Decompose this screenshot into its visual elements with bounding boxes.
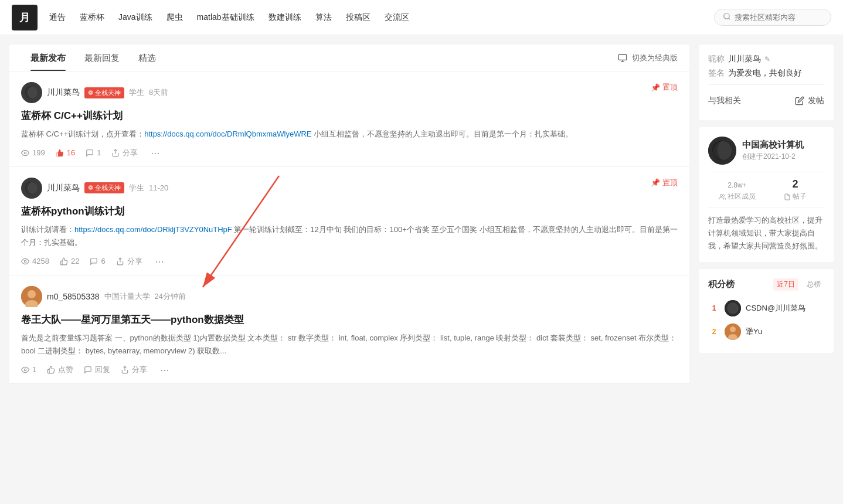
community-avatar <box>708 137 736 165</box>
likes-2[interactable]: 22 <box>60 257 79 265</box>
switch-classic-label: 切换为经典版 <box>632 53 678 63</box>
nav-item-2[interactable]: Java训练 <box>118 10 152 25</box>
pin-icon-1: 📌 <box>651 83 660 92</box>
like-icon-2 <box>60 257 68 265</box>
tabs-bar: 最新发布 最新回复 精选 切换为经典版 <box>9 45 689 71</box>
sidebar-actions: 与我相关 发帖 <box>708 91 824 111</box>
pin-icon-2: 📌 <box>651 178 660 187</box>
tab-latest-posts[interactable]: 最新发布 <box>21 45 75 71</box>
post-btn-label: 发帖 <box>808 96 824 106</box>
post-card-1: 川川菜鸟 ❁ 全栈天神 学生 8天前 📌 置顶 蓝桥杯 C/C++训练计划 蓝桥… <box>9 71 689 167</box>
moon-avatar-svg <box>23 84 40 101</box>
lb-avatar-1 <box>725 300 741 316</box>
likes-1[interactable]: 16 <box>56 148 75 157</box>
svg-point-0 <box>724 13 729 19</box>
nav-item-6[interactable]: 算法 <box>315 10 332 25</box>
likes-3[interactable]: 点赞 <box>47 365 73 375</box>
username-2[interactable]: 川川菜鸟 <box>47 183 80 193</box>
post-btn-icon <box>795 96 804 105</box>
comment-icon-3 <box>84 366 92 374</box>
post-link-2[interactable]: https://docs.qq.com/doc/DRkljT3VZY0NuTHp… <box>74 225 232 234</box>
time-3: 24分钟前 <box>155 291 186 302</box>
like-icon-3 <box>47 366 55 374</box>
more-btn-1[interactable]: ··· <box>151 148 159 158</box>
stat-posts: 2 帖子 <box>766 178 824 202</box>
svg-rect-2 <box>618 55 626 60</box>
leaderboard-title: 积分榜 <box>708 279 735 290</box>
nav-item-7[interactable]: 投稿区 <box>346 10 370 25</box>
svg-point-10 <box>26 182 38 194</box>
stat-members: 2.8w+ 社区成员 <box>708 178 766 202</box>
comment-icon-1 <box>86 149 94 157</box>
switch-icon <box>618 53 627 63</box>
post-title-1[interactable]: 蓝桥杯 C/C++训练计划 <box>21 109 678 123</box>
members-icon <box>719 193 726 200</box>
switch-classic[interactable]: 切换为经典版 <box>618 53 678 63</box>
svg-point-24 <box>727 302 739 314</box>
post-excerpt-3: 首先是之前变量练习题答案 一、python的数据类型 1)内置数据类型 文本类型… <box>21 332 678 357</box>
share-2[interactable]: 分享 <box>116 256 142 267</box>
sidebar-user-card: 昵称 川川菜鸟 ✎ 签名 为爱发电，共创良好 与我相关 发帖 <box>699 45 834 120</box>
username-1[interactable]: 川川菜鸟 <box>47 87 80 98</box>
share-1[interactable]: 分享 <box>111 148 138 158</box>
pinned-badge-1: 📌 置顶 <box>651 82 678 93</box>
community-info: 中国高校计算机 创建于2021-10-2 <box>742 139 804 162</box>
nav-item-0[interactable]: 通告 <box>49 10 66 25</box>
post-title-3[interactable]: 卷王大队——星河万里第五天——python数据类型 <box>21 313 678 327</box>
role-3: 中国计量大学 <box>104 291 150 302</box>
nav-item-4[interactable]: matlab基础训练 <box>197 10 254 25</box>
svg-point-7 <box>24 152 26 154</box>
post-btn[interactable]: 发帖 <box>795 96 824 106</box>
nav-item-1[interactable]: 蓝桥杯 <box>80 10 104 25</box>
logo[interactable]: 月 <box>12 5 38 30</box>
lb-item-1: 1 CSDN@川川菜鸟 <box>708 297 824 320</box>
eye-icon-1 <box>21 149 29 157</box>
search-box[interactable] <box>714 9 831 26</box>
stat-posts-num: 2 <box>766 178 824 190</box>
community-avatar-svg <box>708 137 736 165</box>
bio-label: 签名 <box>708 68 725 79</box>
time-2: 11-20 <box>149 183 168 192</box>
sidebar-divider-1 <box>708 84 824 85</box>
more-btn-3[interactable]: ··· <box>160 365 169 375</box>
posts-icon <box>784 193 791 200</box>
lb-avatar-svg-1 <box>725 300 741 316</box>
pinned-badge-2: 📌 置顶 <box>651 178 678 188</box>
nav-item-3[interactable]: 爬虫 <box>166 10 183 25</box>
nav-item-5[interactable]: 数建训练 <box>268 10 301 25</box>
comments-1[interactable]: 1 <box>86 148 101 157</box>
eye-icon-3 <box>21 366 29 374</box>
eye-icon-2 <box>21 257 29 265</box>
post-link-1[interactable]: https://docs.qq.com/doc/DRmlQbmxmaWlyeWR… <box>144 130 311 138</box>
more-btn-2[interactable]: ··· <box>155 256 164 267</box>
content-area: 最新发布 最新回复 精选 切换为经典版 川川菜鸟 <box>9 45 689 384</box>
lb-tab-all[interactable]: 总榜 <box>803 278 824 291</box>
username-3[interactable]: m0_58505338 <box>47 292 100 301</box>
community-card: 中国高校计算机 创建于2021-10-2 2.8w+ 社区成员 2 <box>699 127 834 262</box>
leaderboard-tabs: 近7日 总榜 <box>773 278 824 291</box>
nav-item-8[interactable]: 交流区 <box>385 10 409 25</box>
lb-item-2: 2 犟Yu <box>708 320 824 343</box>
lb-tab-week[interactable]: 近7日 <box>773 278 798 291</box>
lb-name-1[interactable]: CSDN@川川菜鸟 <box>746 303 824 314</box>
sidebar-nickname-row: 昵称 川川菜鸟 ✎ <box>708 54 824 64</box>
lb-avatar-svg-2 <box>725 323 741 340</box>
avatar-3 <box>21 286 42 307</box>
post-title-2[interactable]: 蓝桥杯python训练计划 <box>21 205 678 219</box>
comments-3[interactable]: 回复 <box>84 365 110 375</box>
tab-latest-replies[interactable]: 最新回复 <box>75 45 129 71</box>
comments-2[interactable]: 6 <box>90 257 105 265</box>
post-card-2: 川川菜鸟 ❁ 全栈天神 学生 11-20 📌 置顶 蓝桥杯python训练计划 … <box>9 167 689 275</box>
lb-name-2[interactable]: 犟Yu <box>746 326 824 337</box>
search-input[interactable] <box>735 13 822 22</box>
edit-icon[interactable]: ✎ <box>764 55 770 63</box>
post-excerpt-2: 训练计划请看：https://docs.qq.com/doc/DRkljT3VZ… <box>21 223 678 249</box>
lb-avatar-2 <box>725 323 741 340</box>
share-3[interactable]: 分享 <box>121 365 147 375</box>
badge-icon-2: ❁ <box>88 184 93 192</box>
post-footer-3: 1 点赞 回复 分享 ··· <box>21 365 678 375</box>
role-2: 学生 <box>129 183 144 193</box>
post-footer-1: 199 16 1 分享 ··· <box>21 148 678 158</box>
related-me-btn[interactable]: 与我相关 <box>708 96 741 106</box>
tab-featured[interactable]: 精选 <box>129 45 165 71</box>
